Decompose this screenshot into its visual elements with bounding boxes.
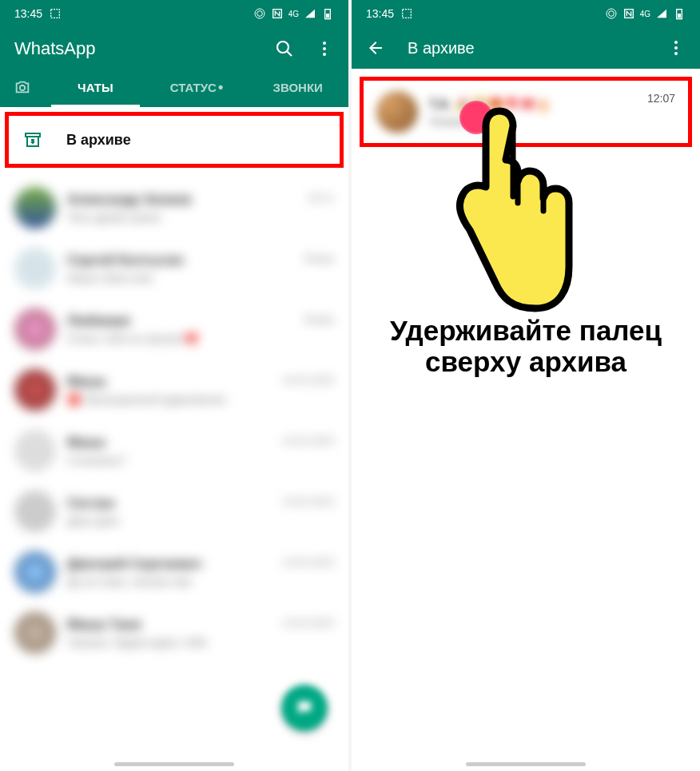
svg-point-2: [255, 9, 264, 18]
svg-point-10: [323, 53, 326, 56]
tabs: ЧАТЫ СТАТУС• ЗВОНКИ: [0, 67, 348, 107]
chat-item[interactable]: Сергей КолтыгинВчераМерзь баню мне: [0, 238, 348, 299]
camera-tab[interactable]: [0, 78, 45, 96]
svg-point-22: [674, 52, 678, 55]
app-bar: WhatsApp: [0, 27, 348, 67]
signal-icon: [655, 7, 668, 20]
tab-chats[interactable]: ЧАТЫ: [45, 67, 146, 107]
battery-icon: [673, 7, 686, 20]
search-icon[interactable]: [275, 39, 294, 58]
phone-left: 13:45 4G WhatsApp ЧАТЫ СТАТУС• ЗВОНКИ В …: [0, 0, 348, 771]
cast-icon: [605, 7, 618, 20]
gesture-bar: [114, 762, 234, 766]
status-bar: 13:45 4G: [352, 0, 700, 27]
archived-label: В архиве: [66, 132, 131, 149]
battery-icon: [321, 7, 334, 20]
app-title: WhatsApp: [14, 38, 96, 59]
archive-app-bar: В архиве: [352, 27, 700, 69]
archive-icon: [23, 130, 42, 149]
chat-item[interactable]: Маша14.02.2023Слышишь?: [0, 420, 348, 481]
cast-icon: [253, 7, 266, 20]
camera-icon: [14, 78, 31, 96]
svg-point-6: [277, 42, 288, 53]
instruction-text: Удерживайте палец сверху архива: [352, 316, 700, 377]
svg-point-8: [323, 42, 326, 45]
chat-item[interactable]: Миша14.02.2023🔴 Пропущенный аудиозвонок: [0, 360, 348, 420]
svg-point-16: [607, 9, 616, 18]
svg-line-7: [287, 51, 292, 56]
screenshot-icon: [49, 7, 62, 20]
svg-rect-0: [51, 10, 60, 18]
svg-point-15: [608, 11, 614, 17]
nfc-icon: [271, 7, 284, 20]
more-icon[interactable]: [666, 38, 686, 58]
network-label: 4G: [640, 10, 650, 18]
svg-rect-14: [403, 10, 412, 18]
chat-time: 12:07: [647, 92, 675, 105]
instruction-line2: сверху архива: [425, 346, 626, 377]
svg-rect-5: [326, 14, 329, 18]
signal-icon: [304, 7, 316, 20]
more-icon[interactable]: [315, 39, 334, 58]
screenshot-icon: [400, 7, 413, 20]
clock: 13:45: [366, 7, 394, 20]
chat-item[interactable]: ЛюбимаяВчераОчень тебя не хватает❤️: [0, 299, 348, 360]
archived-row[interactable]: В архиве: [5, 112, 344, 168]
tab-calls[interactable]: ЗВОНКИ: [247, 67, 348, 107]
svg-point-9: [323, 47, 326, 50]
new-chat-fab[interactable]: [281, 685, 328, 731]
chat-list: Александр Зенков16:11Тень дрова нужна Се…: [0, 173, 348, 668]
svg-rect-19: [678, 14, 681, 18]
status-bar: 13:45 4G: [0, 0, 348, 27]
back-icon[interactable]: [366, 38, 385, 58]
svg-point-1: [257, 11, 262, 17]
chat-item[interactable]: Миша Таня13.02.2023Хорошо, будем ждать т…: [0, 602, 348, 663]
new-chat-icon: [295, 698, 314, 717]
svg-point-20: [674, 41, 678, 44]
nfc-icon: [622, 7, 635, 20]
chat-item[interactable]: Дмитрий Сергеевич13.02.2023Да не знаю, с…: [0, 542, 348, 602]
network-label: 4G: [288, 10, 299, 18]
phone-right: 13:45 4G В архиве Т.А. 🎉🎊🎁🎈🎀🎂 Например ф…: [352, 0, 700, 771]
gesture-bar: [466, 762, 586, 766]
tab-status[interactable]: СТАТУС•: [146, 67, 248, 107]
svg-point-11: [20, 85, 25, 90]
svg-point-21: [674, 46, 678, 50]
chat-item[interactable]: Сестра14.02.2023Дико дико: [0, 481, 348, 542]
clock: 13:45: [14, 7, 42, 20]
archive-title: В архиве: [408, 39, 666, 58]
chat-item[interactable]: Александр Зенков16:11Тень дрова нужна: [0, 177, 348, 238]
pointing-hand-icon: [432, 99, 575, 323]
